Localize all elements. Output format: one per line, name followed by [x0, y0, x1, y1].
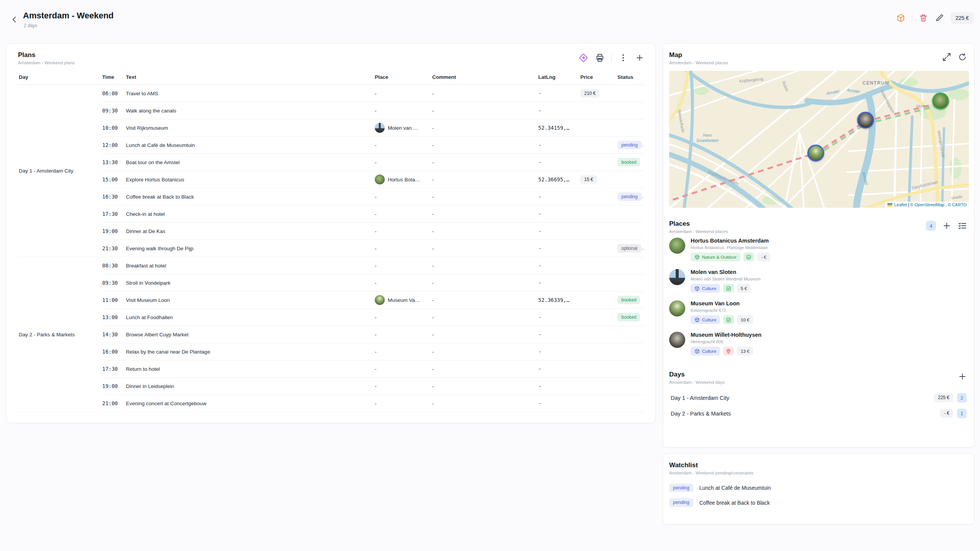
plan-place: - — [374, 309, 431, 326]
day-list-item[interactable]: Day 2 - Parks & Markets- €1 — [669, 406, 968, 421]
plan-row[interactable]: 17:30Return to hotel--- — [18, 360, 644, 378]
trip-title: Amsterdam - Weekend — [23, 11, 114, 21]
plan-row[interactable]: 15:00Explore Hortus BotanicusHortus Bota… — [18, 171, 644, 188]
places-title: Places — [669, 220, 968, 228]
plan-row[interactable]: 12:00Lunch at Café de Museumtuin---pendi… — [18, 137, 644, 154]
plan-latlng: 52.34159,… — [537, 119, 580, 137]
plan-comment: - — [431, 326, 537, 343]
plan-price — [580, 309, 617, 326]
plan-row[interactable]: 19:00Dinner in Leidseplein--- — [18, 378, 644, 395]
printer-icon — [595, 53, 604, 62]
map-canvas[interactable]: KrijtbergbrugRokinCENTRUMAmstelAmstelWat… — [669, 71, 969, 208]
add-place-button[interactable] — [942, 221, 952, 231]
place-name: Museum Willet-Holthuysen — [691, 332, 761, 338]
leaflet-link[interactable]: Leaflet — [894, 202, 907, 207]
plan-row[interactable]: 13:30Boat tour on the Amstel---booked — [18, 154, 644, 171]
export-button[interactable] — [578, 53, 588, 63]
plan-row[interactable]: 13:00Lunch at Foodhallen---booked — [18, 309, 644, 326]
add-plan-button[interactable] — [635, 53, 645, 63]
plan-latlng: - — [537, 274, 580, 292]
plan-place: - — [374, 205, 431, 223]
place-list-item[interactable]: Molen van SlotenMolen van Sloten Windmil… — [669, 265, 968, 297]
plan-price — [580, 102, 617, 119]
place-avatar — [375, 174, 385, 184]
openstreetmap-link[interactable]: © OpenStreetMap — [910, 202, 944, 207]
place-photo — [669, 269, 685, 285]
plan-row[interactable]: 10:00Visit RijksmuseumMolen van …-52.341… — [18, 119, 644, 137]
plans-toolbar — [578, 53, 645, 63]
delete-trip-button[interactable] — [918, 13, 928, 23]
plan-place: - — [374, 240, 431, 257]
place-avatar — [375, 295, 385, 305]
marker-museum-van-loon[interactable] — [807, 145, 824, 161]
marker-hortus-botanicus[interactable] — [932, 93, 949, 109]
plan-time: 10:00 — [101, 119, 125, 137]
plan-price — [580, 257, 617, 274]
marker-museum-willet-holthuysen[interactable] — [857, 112, 874, 129]
plan-price — [580, 343, 617, 360]
plans-title: Plans — [18, 51, 644, 59]
plan-latlng: - — [537, 360, 580, 378]
back-button[interactable] — [9, 15, 19, 24]
plan-place: Hortus Bota… — [374, 171, 431, 188]
plan-price — [580, 240, 617, 257]
carto-link[interactable]: © CARTO — [948, 202, 967, 207]
plan-time: 11:00 — [101, 292, 125, 309]
plan-row[interactable]: 21:30Evening walk through De Pijp---opti… — [18, 240, 644, 257]
watchlist-status-badge: pending — [669, 498, 693, 507]
plan-status: optional — [617, 240, 644, 257]
column-header-text: Text — [125, 71, 374, 85]
plan-time: 08:30 — [101, 257, 125, 274]
map-expand-button[interactable] — [942, 52, 952, 62]
header-actions: 225 € — [896, 12, 974, 24]
place-list-item[interactable]: Museum Van LoonKeizersgracht 672Culture1… — [669, 297, 968, 328]
place-list-item[interactable]: Museum Willet-HolthuysenHerengracht 605C… — [669, 328, 968, 359]
plan-row[interactable]: 19:00Dinner at De Kas--- — [18, 223, 644, 240]
plans-panel: Plans Amsterdam - Weekend plans DayTimeT… — [6, 43, 656, 423]
plan-status: booked — [617, 292, 644, 309]
map-refresh-button[interactable] — [957, 52, 967, 62]
plan-price — [580, 137, 617, 154]
plan-row[interactable]: 17:30Check-in at hotel--- — [18, 205, 644, 223]
cube-icon — [896, 13, 905, 23]
watchlist-item[interactable]: pendingLunch at Café de Museumtuin — [669, 481, 968, 495]
plan-latlng: - — [537, 102, 580, 119]
plan-place: - — [374, 378, 431, 395]
watchlist-panel: Watchlist Amsterdam - Weekend pending/co… — [663, 453, 975, 525]
place-address: Herengracht 605 — [691, 339, 761, 344]
watchlist-item[interactable]: pendingCoffee break at Back to Black — [669, 495, 968, 510]
plan-price — [580, 188, 617, 205]
plan-row[interactable]: 09:30Stroll in Vondelpark--- — [18, 274, 644, 292]
edit-trip-button[interactable] — [934, 13, 944, 23]
plan-row[interactable]: 14:30Browse Albert Cuyp Market--- — [18, 326, 644, 343]
plan-comment: - — [431, 378, 537, 395]
plan-row[interactable]: Day 1 - Amsterdam City06:00Travel to AMS… — [18, 85, 644, 102]
package-button[interactable] — [896, 13, 906, 23]
plan-time: 17:30 — [101, 205, 125, 223]
more-menu-button[interactable] — [618, 53, 628, 63]
plan-latlng: - — [537, 188, 580, 205]
attrib-separator: | — [908, 202, 909, 207]
print-button[interactable] — [595, 53, 605, 63]
plan-row[interactable]: 09:30Walk along the canals--- — [18, 102, 644, 119]
visited-chip — [743, 253, 754, 261]
visited-chip — [723, 315, 734, 324]
places-checklist-button[interactable] — [957, 221, 967, 231]
plan-row[interactable]: Day 2 - Parks & Markets08:30Breakfast at… — [18, 257, 644, 274]
plan-row[interactable]: 16:30Coffee break at Back to Black---pen… — [18, 188, 644, 205]
plan-text: Breakfast at hotel — [125, 257, 374, 274]
day-list-item[interactable]: Day 1 - Amsterdam City225 €2 — [669, 390, 968, 406]
refresh-icon — [958, 52, 967, 62]
plan-row[interactable]: 21:00Evening concert at Concertgebouw--- — [18, 395, 644, 412]
checkbox-icon — [726, 317, 731, 323]
plan-time: 21:00 — [101, 395, 125, 412]
plan-row[interactable]: 16:00Relax by the canal near De Plantage… — [18, 343, 644, 360]
plan-place: - — [374, 360, 431, 378]
plan-status — [617, 378, 644, 395]
add-day-button[interactable] — [957, 372, 967, 381]
plan-latlng: - — [537, 326, 580, 343]
plan-text: Evening walk through De Pijp — [125, 240, 374, 257]
place-list-item[interactable]: Hortus Botanicus AmsterdamHortus Botanic… — [669, 234, 968, 265]
plan-comment: - — [431, 274, 537, 292]
plan-row[interactable]: 11:00Visit Museum LoonMuseum Va…-52.3633… — [18, 292, 644, 309]
